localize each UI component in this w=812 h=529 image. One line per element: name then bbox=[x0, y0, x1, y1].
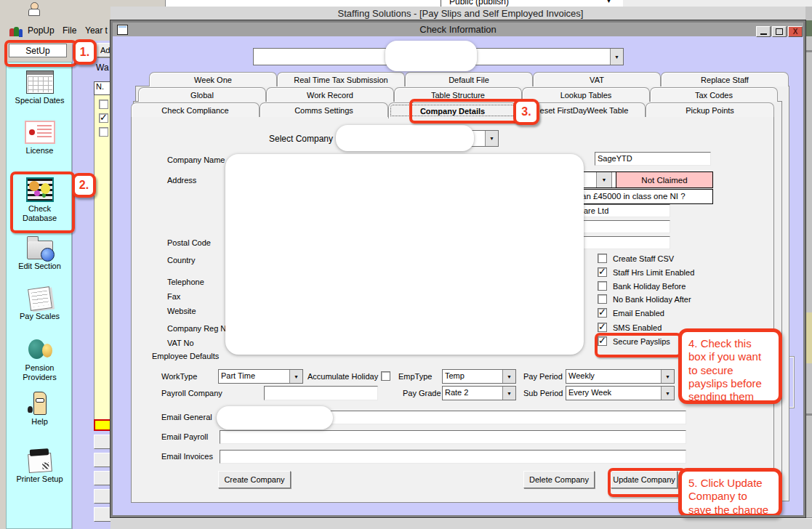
email-payroll-field[interactable] bbox=[220, 430, 686, 444]
chevron-down-icon[interactable]: ▼ bbox=[596, 172, 612, 187]
fax-label: Fax bbox=[167, 292, 180, 301]
tab-replace-staff[interactable]: Replace Staff bbox=[661, 72, 789, 86]
tab-vat[interactable]: VAT bbox=[533, 72, 661, 86]
empty-field-2[interactable] bbox=[581, 236, 670, 249]
sidebar-item-label: License bbox=[7, 146, 73, 156]
sage-field[interactable]: SageYTD bbox=[595, 152, 711, 166]
step-3-badge: 3. bbox=[513, 99, 539, 125]
row-cell[interactable] bbox=[94, 507, 111, 522]
tab-company-details[interactable]: Company Details bbox=[388, 102, 517, 118]
row-cell[interactable] bbox=[94, 435, 111, 449]
sidebar-item-pay-scales[interactable]: Pay Scales bbox=[7, 288, 73, 321]
chevron-down-icon[interactable]: ▼ bbox=[289, 370, 302, 383]
sub-period-label: Sub Period bbox=[523, 389, 563, 397]
sidebar-item-special-dates[interactable]: Special Dates bbox=[7, 70, 73, 105]
tab-comms-settings[interactable]: Comms Settings bbox=[260, 102, 388, 117]
checkbox-bank-holiday-before[interactable]: Bank Holiday Before bbox=[598, 281, 686, 291]
chevron-down-icon[interactable]: ▼ bbox=[485, 131, 498, 146]
sidebar-item-license[interactable]: License bbox=[7, 121, 73, 156]
minimize-button[interactable] bbox=[756, 26, 771, 37]
emptype-combo[interactable]: Temp▼ bbox=[442, 369, 516, 384]
empty-field-1[interactable] bbox=[581, 220, 670, 233]
sub-period-combo[interactable]: Every Week▼ bbox=[566, 386, 675, 400]
vat-no-label: VAT No bbox=[167, 339, 194, 347]
checkbox-email-enabled[interactable]: Email Enabled bbox=[598, 308, 664, 318]
setup-button[interactable]: SetUp bbox=[9, 44, 67, 57]
tab-pickup-points[interactable]: Pickup Points bbox=[646, 102, 774, 117]
step-1-badge: 1. bbox=[73, 39, 97, 65]
help-character-icon bbox=[7, 392, 73, 415]
checkbox-sms-enabled[interactable]: SMS Enabled bbox=[598, 323, 662, 332]
pay-period-combo[interactable]: Weekly▼ bbox=[566, 369, 675, 384]
screen: Public (publish) ▼ Staffing Solutions - … bbox=[0, 0, 812, 529]
tab-global[interactable]: Global bbox=[138, 87, 266, 102]
sidebar-item-check-database[interactable]: Check Database bbox=[7, 177, 73, 223]
checkbox-no-bank-holiday-after[interactable]: No Bank Holiday After bbox=[598, 294, 691, 304]
callout-step-4: 4. Check this box if you want to secure … bbox=[678, 328, 782, 404]
tab-lookup-tables[interactable]: Lookup Tables bbox=[522, 87, 650, 102]
checkbox[interactable] bbox=[598, 267, 607, 277]
dialog-titlebar[interactable]: Check Information X bbox=[113, 23, 803, 36]
tab-work-record[interactable]: Work Record bbox=[266, 87, 394, 102]
worktype-combo[interactable]: Part Time▼ bbox=[218, 369, 303, 384]
checkbox-create-staff-csv[interactable]: Create Staff CSV bbox=[598, 254, 674, 263]
sidebar-item-pension-providers[interactable]: Pension Providers bbox=[7, 339, 73, 382]
checkbox[interactable] bbox=[598, 323, 607, 332]
sidebar-item-label: Edit Section bbox=[7, 262, 73, 271]
selected-row-highlight[interactable] bbox=[94, 419, 111, 431]
chevron-down-icon[interactable]: ▼ bbox=[502, 387, 515, 400]
chevron-down-icon[interactable]: ▼ bbox=[661, 387, 674, 400]
payroll-company-field[interactable] bbox=[264, 386, 378, 400]
update-company-button[interactable]: Update Company bbox=[611, 471, 678, 488]
tab-check-compliance[interactable]: Check Compliance bbox=[131, 102, 260, 117]
row-cell[interactable] bbox=[94, 471, 111, 485]
pay-grade-combo[interactable]: Rate 2▼ bbox=[442, 386, 516, 400]
company-partial-field[interactable]: are Ltd bbox=[581, 204, 670, 217]
menu-file[interactable]: File bbox=[63, 25, 76, 36]
people-database-icon bbox=[7, 177, 73, 202]
accumulate-holiday-checkbox[interactable] bbox=[381, 371, 390, 381]
tab-real-time-tax-submission[interactable]: Real Time Tax Submission bbox=[277, 72, 405, 86]
payroll-company-label: Payroll Company bbox=[161, 389, 222, 397]
close-button[interactable]: X bbox=[788, 26, 803, 37]
email-invoices-field[interactable] bbox=[220, 450, 686, 464]
delete-company-button[interactable]: Delete Company bbox=[523, 471, 595, 488]
maximize-button[interactable] bbox=[772, 26, 787, 37]
create-company-button[interactable]: Create Company bbox=[218, 471, 291, 488]
checkbox[interactable] bbox=[598, 281, 607, 291]
row-cell[interactable] bbox=[94, 453, 111, 467]
top-right-strip bbox=[623, 0, 812, 7]
tab-table-structure[interactable]: Table Structure bbox=[394, 87, 522, 102]
menu-people-icon bbox=[9, 25, 23, 36]
sidebar-item-label: Check Database bbox=[18, 204, 62, 223]
checkbox[interactable] bbox=[598, 308, 607, 318]
tab-tax-codes[interactable]: Tax Codes bbox=[650, 87, 778, 102]
checkbox[interactable] bbox=[598, 254, 607, 263]
claim-status-badge: Not Claimed bbox=[616, 172, 712, 187]
chevron-down-icon[interactable]: ▼ bbox=[606, 0, 611, 4]
checkbox[interactable] bbox=[598, 336, 607, 346]
row-cell[interactable] bbox=[94, 489, 111, 504]
chevron-down-icon[interactable]: ▼ bbox=[502, 370, 515, 383]
sidebar-item-edit-section[interactable]: Edit Section bbox=[7, 235, 73, 271]
grid-checkbox-1[interactable] bbox=[99, 100, 108, 109]
chevron-down-icon[interactable]: ▼ bbox=[610, 49, 623, 65]
tab-week-one[interactable]: Week One bbox=[149, 72, 277, 86]
company-reg-no-label: Company Reg No bbox=[167, 324, 230, 333]
sidebar-item-help[interactable]: Help bbox=[7, 392, 73, 427]
checkbox-staff-hrs-limit[interactable]: Staff Hrs Limit Enabled bbox=[598, 267, 694, 277]
grid-checkbox-3[interactable] bbox=[99, 127, 108, 137]
sidebar-item-printer-setup[interactable]: Printer Setup bbox=[7, 448, 73, 484]
checkbox-secure-payslips[interactable]: Secure Payslips bbox=[598, 336, 670, 346]
menu-popup[interactable]: PopUp bbox=[28, 25, 55, 36]
tab-default-file[interactable]: Default File bbox=[405, 72, 533, 86]
address-label: Address bbox=[167, 176, 196, 185]
grid-checkbox-2[interactable] bbox=[99, 113, 108, 123]
top-combo-value[interactable]: Public (publish) bbox=[449, 0, 509, 7]
top-combo-divider bbox=[441, 0, 441, 7]
certificate-icon bbox=[7, 121, 73, 144]
pay-grade-label: Pay Grade bbox=[403, 389, 441, 397]
checkbox[interactable] bbox=[598, 294, 607, 304]
menu-year[interactable]: Year t bbox=[85, 25, 108, 36]
chevron-down-icon[interactable]: ▼ bbox=[661, 370, 674, 383]
